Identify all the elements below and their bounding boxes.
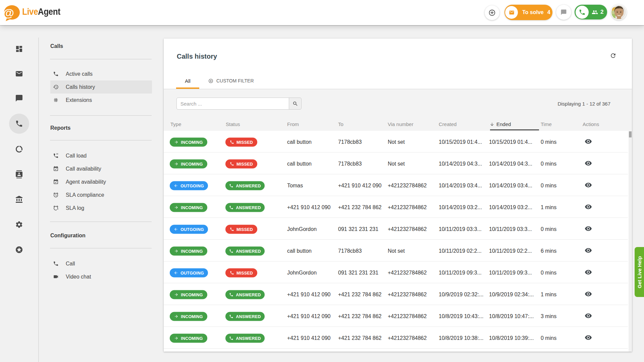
svg-text:@: @	[3, 6, 14, 19]
